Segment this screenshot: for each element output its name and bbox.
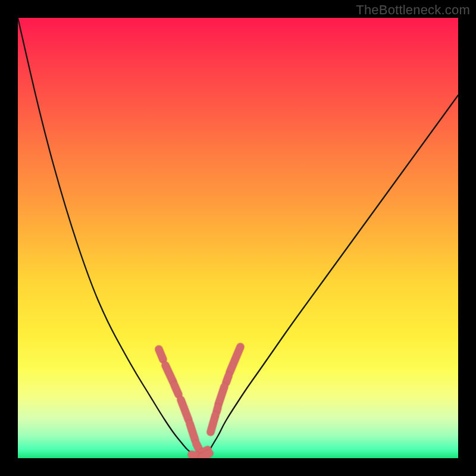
data-marker bbox=[202, 453, 209, 457]
right-curve bbox=[207, 95, 458, 455]
left-curve bbox=[18, 18, 195, 456]
chart-svg bbox=[18, 18, 458, 458]
data-marker bbox=[181, 400, 189, 420]
data-marker bbox=[165, 365, 173, 382]
chart-frame: TheBottleneck.com bbox=[0, 0, 476, 476]
data-marker bbox=[190, 424, 195, 440]
watermark-text: TheBottleneck.com bbox=[356, 2, 470, 18]
data-marker bbox=[159, 349, 163, 359]
plot-area bbox=[18, 18, 458, 458]
data-marker bbox=[230, 347, 240, 372]
data-marker bbox=[174, 385, 178, 394]
data-marker bbox=[226, 376, 228, 383]
curve-group bbox=[18, 18, 458, 458]
data-marker bbox=[211, 415, 215, 432]
marker-group bbox=[159, 347, 240, 457]
